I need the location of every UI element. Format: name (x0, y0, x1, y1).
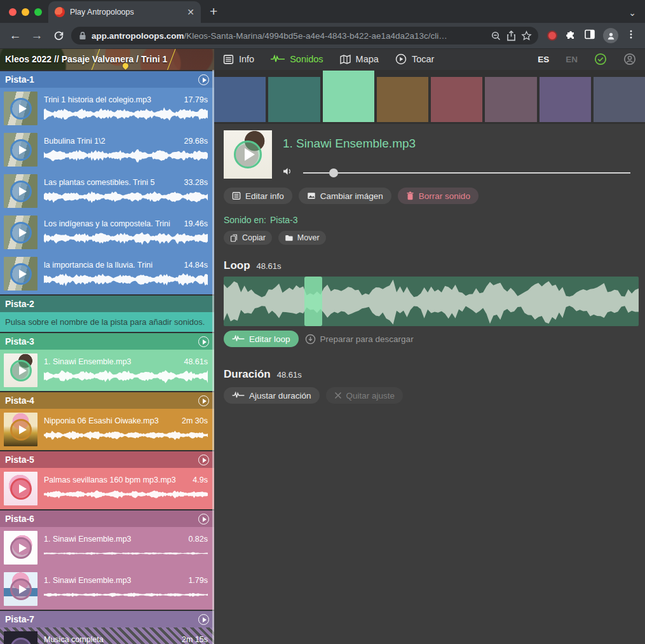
clip-play-icon[interactable] (10, 638, 32, 644)
tab-mapa[interactable]: Mapa (340, 54, 379, 64)
track-color-swatch[interactable] (540, 77, 591, 122)
clip-play-icon[interactable] (10, 222, 32, 243)
volume-slider-knob[interactable] (329, 168, 338, 177)
sidebar-scrollbar[interactable] (212, 70, 214, 644)
clip-play-icon[interactable] (10, 98, 32, 120)
remove-adjust-button[interactable]: Quitar ajuste (326, 387, 404, 404)
clip-item[interactable]: Musica completa2m 15s (0, 627, 214, 644)
clip-thumbnail[interactable] (4, 531, 37, 565)
new-tab-button[interactable]: + (210, 4, 217, 19)
clip-item[interactable]: Las plantas comestibles. Trini 533.28s (0, 170, 214, 212)
clip-thumbnail[interactable] (4, 133, 37, 167)
clip-play-icon[interactable] (10, 263, 32, 285)
edit-info-button[interactable]: Editar info (224, 188, 292, 204)
zoom-window-button[interactable] (34, 8, 42, 16)
lang-es-button[interactable]: ES (538, 55, 549, 64)
edit-loop-button[interactable]: Editar loop (224, 331, 299, 347)
clip-thumbnail[interactable] (4, 631, 37, 644)
prepare-download-button[interactable]: Preparar para descargar (305, 334, 414, 345)
tab-tocar[interactable]: Tocar (395, 53, 434, 65)
clip-thumbnail[interactable] (4, 174, 37, 208)
lang-en-button[interactable]: EN (566, 55, 578, 64)
sound-in-track-link[interactable]: Pista-3 (270, 215, 298, 225)
clip-thumbnail[interactable] (4, 472, 37, 505)
minimize-window-button[interactable] (22, 8, 29, 16)
track-play-icon[interactable] (198, 395, 209, 406)
adjust-duration-button[interactable]: Ajustar duración (224, 387, 320, 404)
tab-info[interactable]: Info (223, 54, 254, 65)
breadcrumb[interactable]: Kleos 2022 // Pasaje Valvanera / Trini 1 (5, 54, 167, 64)
track-color-swatch[interactable] (485, 77, 536, 122)
clip-item[interactable]: Los indígenas y la compostela. Trini19.4… (0, 212, 214, 253)
clip-play-icon[interactable] (10, 579, 32, 600)
clip-item[interactable]: Trini 1 historia del colegio.mp317.79s (0, 88, 214, 129)
track-color-swatch-selected[interactable] (323, 71, 374, 122)
clip-thumbnail[interactable] (4, 413, 37, 446)
loop-playhead[interactable] (304, 277, 322, 326)
track-color-swatch[interactable] (377, 77, 428, 122)
clip-play-icon[interactable] (10, 478, 32, 500)
clip-item[interactable]: Nipponia 06 Esashi Oiwake.mp32m 30s (0, 409, 214, 450)
zoom-page-icon[interactable] (491, 31, 501, 41)
clip-play-icon[interactable] (10, 419, 32, 441)
account-icon[interactable] (623, 53, 636, 65)
map-thumbnail-header[interactable]: Kleos 2022 // Pasaje Valvanera / Trini 1 (0, 49, 214, 71)
track-header[interactable]: Pista-4 (0, 392, 214, 409)
sound-play-icon[interactable] (234, 140, 262, 168)
share-icon[interactable] (506, 31, 516, 41)
browser-menu-icon[interactable] (626, 29, 636, 42)
recording-extension-icon[interactable] (547, 31, 557, 41)
address-bar[interactable]: app.antropoloops.com/Kleos-Santa-Marina/… (71, 27, 538, 45)
track-header[interactable]: Pista-6 (0, 510, 214, 527)
clip-thumbnail[interactable] (4, 216, 37, 249)
clip-item[interactable]: 1. Sinawi Ensemble.mp30.82s (0, 527, 214, 568)
track-color-swatch[interactable] (431, 77, 482, 122)
bookmark-star-icon[interactable] (521, 31, 532, 41)
clip-play-icon[interactable] (10, 360, 32, 381)
close-window-button[interactable] (9, 8, 17, 16)
track-color-swatch[interactable] (214, 77, 266, 122)
back-button[interactable]: ← (6, 27, 24, 45)
clip-play-icon[interactable] (10, 537, 32, 559)
clip-thumbnail[interactable] (4, 353, 37, 387)
clip-item[interactable]: Bubulina Trini 1\229.68s (0, 129, 214, 170)
clip-thumbnail[interactable] (4, 92, 37, 125)
track-play-icon[interactable] (198, 455, 209, 465)
tab-close-icon[interactable]: ✕ (187, 8, 194, 17)
track-play-icon[interactable] (198, 336, 209, 347)
clip-play-icon[interactable] (10, 139, 32, 161)
track-play-icon[interactable] (198, 74, 209, 85)
track-play-icon[interactable] (198, 614, 209, 625)
reload-button[interactable] (50, 27, 67, 45)
delete-sound-button[interactable]: Borrar sonido (398, 188, 479, 204)
forward-button[interactable]: → (28, 27, 46, 45)
download-icon (305, 334, 316, 345)
track-header[interactable]: Pista-1 (0, 71, 214, 88)
copy-button[interactable]: Copiar (224, 231, 272, 245)
clip-item-selected[interactable]: 1. Sinawi Ensemble.mp348.61s (0, 350, 214, 391)
clip-item[interactable]: la importancia de la lluvia. Trini14.84s (0, 253, 214, 294)
extensions-puzzle-icon[interactable] (565, 29, 576, 43)
browser-tab[interactable]: Play Antropoloops ✕ (48, 1, 201, 23)
clip-item[interactable]: Palmas sevillanas 160 bpm mp3.mp34.9s (0, 468, 214, 509)
track-header[interactable]: Pista-5 (0, 451, 214, 468)
move-button[interactable]: Mover (278, 231, 326, 245)
change-image-button[interactable]: Cambiar imágen (299, 188, 391, 204)
clip-thumbnail[interactable] (4, 257, 37, 291)
clip-thumbnail[interactable] (4, 572, 37, 606)
clip-play-icon[interactable] (10, 181, 32, 202)
track-play-icon[interactable] (198, 514, 209, 524)
tab-search-chevron-icon[interactable]: ⌄ (628, 8, 636, 18)
sound-thumbnail[interactable] (224, 130, 272, 179)
track-header[interactable]: Pista-7 (0, 611, 214, 627)
loop-waveform-panel[interactable] (224, 277, 639, 326)
volume-slider[interactable] (303, 168, 630, 177)
side-panel-icon[interactable] (584, 29, 595, 43)
track-color-swatch[interactable] (594, 77, 645, 122)
track-header[interactable]: Pista-3 (0, 333, 214, 350)
tab-sonidos[interactable]: Sonidos (271, 54, 323, 64)
profile-avatar[interactable] (603, 28, 618, 43)
track-color-swatch[interactable] (268, 77, 320, 122)
clip-item[interactable]: 1. Sinawi Ensemble.mp31.79s (0, 568, 214, 610)
track-header[interactable]: Pista-2 (0, 296, 214, 312)
